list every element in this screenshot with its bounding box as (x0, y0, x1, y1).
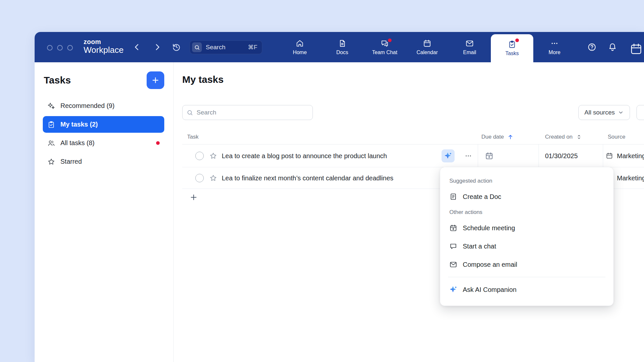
window-control-minimize[interactable] (57, 45, 63, 51)
window-control-close[interactable] (47, 45, 53, 51)
ai-sparkle-icon (449, 286, 457, 294)
help-button[interactable] (587, 42, 597, 52)
menu-divider (448, 277, 605, 277)
ai-sparkle-icon (444, 152, 452, 160)
nav-item-tasks[interactable]: Tasks (491, 34, 533, 62)
logo-brand: zoom (84, 38, 123, 45)
menu-item-create-a-doc[interactable]: Create a Doc (440, 188, 613, 206)
sidebar-header: Tasks (35, 62, 173, 95)
menu-item-label: Create a Doc (463, 193, 501, 201)
sidebar-item-all-tasks[interactable]: All tasks (8) (43, 135, 164, 151)
column-header-due-date[interactable]: Due date (481, 129, 514, 144)
calendar-date-icon (630, 42, 643, 55)
sources-filter-label: All sources (585, 109, 615, 116)
column-header-created-on[interactable]: Created on (545, 129, 582, 144)
column-header-task: Task (187, 129, 199, 144)
menu-item-ask-ai-companion[interactable]: Ask AI Companion (440, 280, 613, 299)
nav-item-calendar[interactable]: Calendar (406, 32, 448, 62)
clipped-toolbar-button[interactable] (636, 105, 644, 120)
add-task-button[interactable] (189, 193, 198, 202)
task-title: Lea to create a blog post to announce th… (222, 152, 387, 159)
ellipsis-icon (464, 152, 472, 160)
users-icon (47, 139, 55, 147)
source-cell: Marketing (606, 152, 644, 159)
column-header-created-on-label: Created on (545, 134, 572, 140)
nav-item-docs[interactable]: Docs (321, 32, 363, 62)
search-icon (186, 109, 193, 116)
global-search[interactable]: Search ⌘F (190, 40, 262, 54)
envelope-icon (449, 261, 457, 268)
menu-item-schedule-meeting[interactable]: Schedule meeting (440, 219, 613, 237)
task-title: Lea to finalize next month’s content cal… (222, 174, 394, 182)
nav-item-more[interactable]: More (533, 32, 576, 62)
star-icon (47, 158, 55, 166)
task-search-field[interactable] (182, 105, 313, 120)
column-divider (603, 144, 603, 167)
nav-item-team-chat[interactable]: Team Chat (363, 32, 406, 62)
sparkles-icon (47, 102, 55, 110)
task-complete-radio[interactable] (195, 174, 204, 182)
sidebar-item-label: My tasks (2) (60, 121, 98, 128)
new-task-button[interactable] (147, 71, 164, 89)
search-icon (194, 44, 200, 51)
nav-label-docs: Docs (336, 50, 348, 55)
row-more-actions-button[interactable] (462, 149, 475, 162)
plus-icon (151, 76, 160, 84)
column-divider (539, 144, 539, 167)
doc-icon (449, 193, 457, 201)
calendar-icon (423, 39, 431, 48)
add-due-date-button[interactable] (485, 152, 493, 160)
notifications-button[interactable] (608, 42, 617, 52)
sidebar: Tasks Recommended (9) (35, 62, 174, 362)
menu-item-compose-an-email[interactable]: Compose an email (440, 255, 613, 274)
sidebar-item-recommended[interactable]: Recommended (9) (43, 98, 164, 114)
zoom-workplace-logo: zoom Workplace (84, 38, 123, 55)
created-on-value: 01/30/2025 (545, 152, 578, 159)
sidebar-item-my-tasks[interactable]: My tasks (2) (43, 116, 164, 133)
tasks-notification-dot (515, 38, 519, 42)
logo-product: Workplace (84, 45, 123, 55)
history-button[interactable] (172, 42, 181, 52)
more-icon (550, 39, 559, 48)
nav-item-home[interactable]: Home (279, 32, 321, 62)
back-button[interactable] (133, 43, 141, 52)
task-complete-radio[interactable] (195, 152, 204, 160)
global-search-shortcut: ⌘F (248, 44, 257, 51)
sidebar-item-label: All tasks (8) (60, 139, 94, 147)
topbar: zoom Workplace Search ⌘F (35, 32, 644, 62)
menu-item-label: Schedule meeting (463, 224, 515, 232)
column-header-due-date-label: Due date (481, 134, 504, 140)
suggested-action-section-label: Suggested action (440, 174, 613, 188)
source-value: Marketing (617, 152, 644, 159)
source-calendar-icon (606, 152, 613, 159)
sources-filter-dropdown[interactable]: All sources (578, 105, 630, 120)
star-icon[interactable] (209, 174, 217, 182)
menu-item-start-a-chat[interactable]: Start a chat (440, 237, 613, 255)
page-title: My tasks (182, 74, 224, 85)
nav-label-calendar: Calendar (417, 50, 438, 55)
task-search-input[interactable] (197, 109, 309, 116)
clipboard-check-icon (47, 121, 55, 128)
column-header-task-label: Task (187, 134, 199, 140)
star-icon[interactable] (209, 152, 217, 160)
main-content: My tasks All sources Task (174, 62, 644, 362)
sidebar-item-starred[interactable]: Starred (43, 153, 164, 170)
table-row[interactable]: Lea to create a blog post to announce th… (182, 144, 644, 167)
forward-button[interactable] (153, 43, 162, 52)
tasks-icon (508, 40, 516, 49)
docs-icon (338, 39, 346, 48)
sidebar-title: Tasks (44, 75, 71, 86)
history-icon (172, 42, 181, 52)
ai-action-menu: Suggested action Create a Doc Other acti… (440, 167, 614, 306)
nav-label-home: Home (293, 50, 307, 55)
chevron-left-icon (133, 43, 141, 52)
chevron-down-icon (618, 110, 624, 115)
plus-icon (189, 193, 198, 202)
date-widget-button[interactable] (630, 42, 643, 55)
ai-companion-action-button[interactable] (442, 149, 455, 162)
window-control-zoom[interactable] (67, 45, 73, 51)
window-controls (47, 45, 73, 51)
calendar-plus-icon (449, 224, 457, 232)
nav-item-email[interactable]: Email (448, 32, 491, 62)
chevron-right-icon (153, 43, 162, 52)
